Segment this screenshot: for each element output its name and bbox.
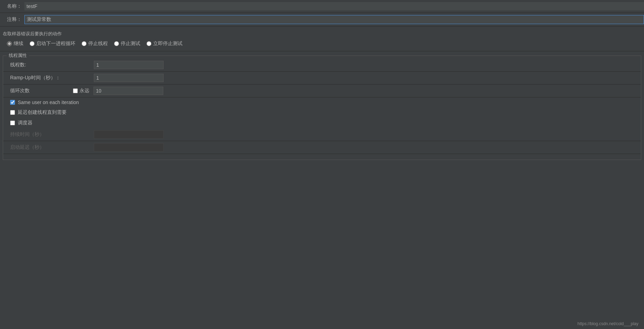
duration-label: 持续时间（秒） xyxy=(10,131,94,138)
duration-row: 持续时间（秒） xyxy=(3,128,641,141)
scheduler-row: 调度器 xyxy=(3,118,641,128)
radio-continue[interactable]: 继续 xyxy=(7,41,23,47)
thread-section-title: 线程属性 xyxy=(7,52,29,59)
name-row: 名称： xyxy=(0,0,644,13)
loop-input[interactable] xyxy=(93,87,163,95)
delay-create-label: 延迟创建线程直到需要 xyxy=(18,109,67,116)
radio-stop-test-now-label: 立即停止测试 xyxy=(153,41,182,47)
scheduler-label: 调度器 xyxy=(18,120,32,126)
delay-create-checkbox[interactable] xyxy=(10,110,15,115)
same-user-label: Same user on each iteration xyxy=(18,100,79,105)
main-container: 名称： 注释： 在取样器错误后要执行的动作 继续 启动下一进程循环 停止线程 停 xyxy=(0,0,644,160)
forever-checkbox[interactable] xyxy=(73,88,78,93)
threads-label: 线程数: xyxy=(10,62,94,68)
radio-continue-label: 继续 xyxy=(14,41,23,47)
radio-continue-input[interactable] xyxy=(7,41,12,46)
startup-delay-input xyxy=(94,143,164,152)
radio-stop-test-input[interactable] xyxy=(114,41,119,46)
name-input[interactable] xyxy=(24,2,644,10)
forever-group: 永远 xyxy=(73,88,89,94)
radio-stop-thread-label: 停止线程 xyxy=(88,41,108,47)
rampup-label: Ramp-Up时间（秒）： xyxy=(10,75,94,81)
comment-label: 注释： xyxy=(0,16,24,23)
radio-stop-test-now-input[interactable] xyxy=(147,41,151,46)
radio-stop-test-label: 停止测试 xyxy=(121,41,140,47)
startup-delay-row: 启动延迟（秒） xyxy=(3,141,641,154)
radio-group: 继续 启动下一进程循环 停止线程 停止测试 立即停止测试 xyxy=(0,39,644,48)
thread-section: 线程属性 线程数: Ramp-Up时间（秒）： 循环次数 永远 Same use… xyxy=(3,56,641,160)
comment-row: 注释： xyxy=(0,13,644,27)
radio-start-next[interactable]: 启动下一进程循环 xyxy=(30,41,75,47)
same-user-checkbox[interactable] xyxy=(10,100,15,105)
footer-link[interactable]: https://blog.csdn.net/cold___play xyxy=(577,321,638,326)
radio-stop-thread-input[interactable] xyxy=(82,41,87,46)
same-user-row: Same user on each iteration xyxy=(3,97,641,107)
radio-start-next-label: 启动下一进程循环 xyxy=(36,41,75,47)
on-error-section: 在取样器错误后要执行的动作 继续 启动下一进程循环 停止线程 停止测试 立即停止… xyxy=(0,27,644,51)
scheduler-checkbox[interactable] xyxy=(10,120,15,125)
radio-stop-test[interactable]: 停止测试 xyxy=(114,41,140,47)
threads-row: 线程数: xyxy=(3,59,641,72)
radio-stop-thread[interactable]: 停止线程 xyxy=(82,41,108,47)
comment-input[interactable] xyxy=(24,15,644,24)
radio-start-next-input[interactable] xyxy=(30,41,35,46)
threads-input[interactable] xyxy=(94,61,164,69)
startup-delay-label: 启动延迟（秒） xyxy=(10,144,94,151)
loop-row: 循环次数 永远 xyxy=(3,85,641,97)
name-label: 名称： xyxy=(0,3,24,9)
radio-stop-test-now[interactable]: 立即停止测试 xyxy=(147,41,182,47)
delay-create-row: 延迟创建线程直到需要 xyxy=(3,107,641,118)
on-error-title: 在取样器错误后要执行的动作 xyxy=(0,29,644,39)
duration-input xyxy=(94,130,164,139)
rampup-input[interactable] xyxy=(94,74,164,82)
loop-label: 循环次数 xyxy=(10,88,73,94)
rampup-row: Ramp-Up时间（秒）： xyxy=(3,72,641,85)
forever-label: 永远 xyxy=(80,88,89,94)
